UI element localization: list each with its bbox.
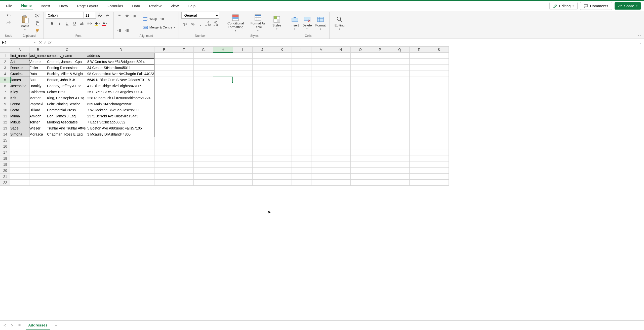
cell-P10[interactable] bbox=[370, 107, 390, 113]
cell-A8[interactable]: Kris bbox=[10, 95, 29, 101]
cell-S14[interactable] bbox=[429, 131, 449, 137]
cell-H9[interactable] bbox=[213, 101, 233, 107]
cell-O16[interactable] bbox=[350, 143, 370, 149]
undo-button[interactable] bbox=[5, 12, 12, 19]
cell-E7[interactable] bbox=[154, 89, 174, 95]
cell-O18[interactable] bbox=[350, 155, 370, 161]
select-all-corner[interactable] bbox=[0, 47, 10, 53]
cell-O5[interactable] bbox=[350, 77, 370, 83]
row-header-7[interactable]: 7 bbox=[0, 89, 10, 95]
cell-J3[interactable] bbox=[252, 65, 272, 71]
cell-H17[interactable] bbox=[213, 149, 233, 155]
cell-O7[interactable] bbox=[350, 89, 370, 95]
share-button[interactable]: Share ▾ bbox=[615, 2, 641, 10]
row-header-21[interactable]: 21 bbox=[0, 174, 10, 180]
cell-P22[interactable] bbox=[370, 180, 390, 186]
cell-J4[interactable] bbox=[252, 71, 272, 77]
cell-H21[interactable] bbox=[213, 174, 233, 180]
col-header-O[interactable]: O bbox=[350, 47, 370, 53]
cell-C8[interactable]: King, Christopher A Esq bbox=[47, 95, 87, 101]
cell-P5[interactable] bbox=[370, 77, 390, 83]
cell-K14[interactable] bbox=[272, 131, 292, 137]
cell-H1[interactable] bbox=[213, 53, 233, 59]
italic-button[interactable]: I bbox=[56, 20, 63, 27]
cell-O15[interactable] bbox=[350, 137, 370, 143]
cell-Q16[interactable] bbox=[390, 143, 409, 149]
cell-F19[interactable] bbox=[174, 161, 193, 168]
format-as-table-button[interactable]: Format As Table▾ bbox=[248, 13, 268, 33]
cell-L7[interactable] bbox=[292, 89, 311, 95]
cell-A20[interactable] bbox=[10, 168, 29, 174]
cell-P15[interactable] bbox=[370, 137, 390, 143]
cell-K6[interactable] bbox=[272, 83, 292, 89]
next-sheet-button[interactable]: > bbox=[11, 323, 13, 328]
cell-C4[interactable]: Buckley Miller & Wright bbox=[47, 71, 87, 77]
cell-P17[interactable] bbox=[370, 149, 390, 155]
cell-E1[interactable] bbox=[154, 53, 174, 59]
collapse-ribbon-button[interactable]: ︿ bbox=[638, 32, 641, 37]
align-center-button[interactable] bbox=[124, 20, 130, 26]
cell-L8[interactable] bbox=[292, 95, 311, 101]
cell-M6[interactable] bbox=[311, 83, 331, 89]
cell-D21[interactable] bbox=[87, 174, 154, 180]
cell-M21[interactable] bbox=[311, 174, 331, 180]
cell-K19[interactable] bbox=[272, 161, 292, 168]
menu-page-layout[interactable]: Page Layout bbox=[76, 2, 99, 10]
cell-J15[interactable] bbox=[252, 137, 272, 143]
cell-I4[interactable] bbox=[233, 71, 252, 77]
cell-B19[interactable] bbox=[29, 161, 47, 168]
cell-S3[interactable] bbox=[429, 65, 449, 71]
cell-B22[interactable] bbox=[29, 180, 47, 186]
cell-N5[interactable] bbox=[331, 77, 350, 83]
cell-K8[interactable] bbox=[272, 95, 292, 101]
cell-A10[interactable]: Leota bbox=[10, 107, 29, 113]
cell-E14[interactable] bbox=[154, 131, 174, 137]
cell-N9[interactable] bbox=[331, 101, 350, 107]
cell-S8[interactable] bbox=[429, 95, 449, 101]
cell-N2[interactable] bbox=[331, 59, 350, 65]
cell-I13[interactable] bbox=[233, 125, 252, 131]
cell-H7[interactable] bbox=[213, 89, 233, 95]
cell-M18[interactable] bbox=[311, 155, 331, 161]
cell-G22[interactable] bbox=[193, 180, 213, 186]
cell-S4[interactable] bbox=[429, 71, 449, 77]
cell-S10[interactable] bbox=[429, 107, 449, 113]
cell-Q10[interactable] bbox=[390, 107, 409, 113]
name-box[interactable]: H5 bbox=[0, 39, 37, 46]
cell-O1[interactable] bbox=[350, 53, 370, 59]
cell-D5[interactable]: 6649 N Blue Gum StNew Orleans70116 bbox=[87, 77, 154, 83]
cell-P4[interactable] bbox=[370, 71, 390, 77]
cell-R12[interactable] bbox=[409, 119, 429, 125]
cell-H13[interactable] bbox=[213, 125, 233, 131]
cell-O3[interactable] bbox=[350, 65, 370, 71]
cell-L20[interactable] bbox=[292, 168, 311, 174]
cell-H11[interactable] bbox=[213, 113, 233, 119]
cell-C20[interactable] bbox=[47, 168, 87, 174]
col-header-G[interactable]: G bbox=[193, 47, 213, 53]
menu-home[interactable]: Home bbox=[20, 2, 33, 10]
cell-G4[interactable] bbox=[193, 71, 213, 77]
cell-O21[interactable] bbox=[350, 174, 370, 180]
cell-N14[interactable] bbox=[331, 131, 350, 137]
conditional-formatting-button[interactable]: Conditional Formatting▾ bbox=[224, 13, 247, 33]
cell-P19[interactable] bbox=[370, 161, 390, 168]
cell-M16[interactable] bbox=[311, 143, 331, 149]
cell-K1[interactable] bbox=[272, 53, 292, 59]
cell-F15[interactable] bbox=[174, 137, 193, 143]
cell-O6[interactable] bbox=[350, 83, 370, 89]
merge-center-button[interactable]: Merge & Centre ▾ bbox=[142, 24, 176, 31]
cell-G14[interactable] bbox=[193, 131, 213, 137]
decrease-indent-button[interactable] bbox=[116, 27, 123, 34]
mode-editing-button[interactable]: Editing ▾ bbox=[549, 2, 578, 10]
cell-G9[interactable] bbox=[193, 101, 213, 107]
cell-E12[interactable] bbox=[154, 119, 174, 125]
cell-P1[interactable] bbox=[370, 53, 390, 59]
row-header-17[interactable]: 17 bbox=[0, 149, 10, 155]
col-header-D[interactable]: D bbox=[87, 47, 154, 53]
decrease-decimal-button[interactable]: .00→.0 bbox=[212, 21, 219, 27]
formula-input[interactable]: ⌄ bbox=[53, 39, 644, 46]
cell-N21[interactable] bbox=[331, 174, 350, 180]
cell-H4[interactable] bbox=[213, 71, 233, 77]
col-header-L[interactable]: L bbox=[292, 47, 311, 53]
col-header-B[interactable]: B bbox=[29, 47, 47, 53]
